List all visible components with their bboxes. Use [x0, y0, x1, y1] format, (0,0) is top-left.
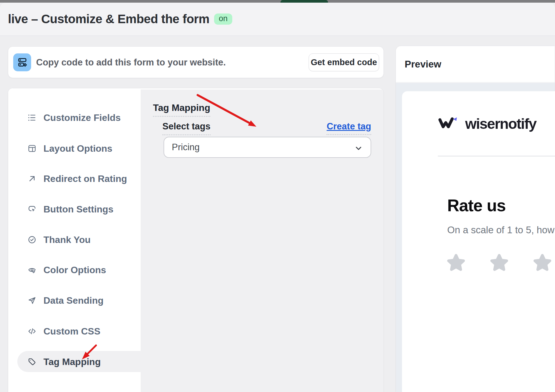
tag-select-value: Pricing	[172, 142, 200, 153]
sidebar-item-custom-css[interactable]: Custom CSS	[8, 320, 141, 342]
tag-mapping-panel: Tag Mapping Select tags Create tag Prici…	[141, 89, 384, 392]
sidebar-item-button-settings[interactable]: Button Settings	[8, 198, 141, 220]
app-window: live – Customize & Embed the form on Cop…	[0, 0, 555, 392]
code-icon	[28, 327, 36, 336]
sidebar-item-customize-fields[interactable]: Customize Fields	[8, 107, 141, 129]
tag-icon	[28, 357, 36, 366]
wisernotify-logo-mark-icon	[438, 116, 459, 131]
browser-tab-sliver	[280, 0, 328, 3]
preview-header: Preview	[396, 46, 555, 82]
select-tags-label: Select tags	[162, 121, 211, 135]
preview-title: Preview	[405, 59, 441, 70]
star-icon[interactable]	[447, 253, 465, 272]
embed-code-icon	[13, 53, 31, 71]
eye-check-icon	[28, 266, 36, 274]
preview-body: wisernotify Rate us On a scale of 1 to 5…	[396, 83, 555, 392]
sidebar-item-data-sending[interactable]: Data Sending	[8, 290, 141, 311]
preview-panel: Preview wisernotify Rate us On a scale o…	[396, 46, 555, 392]
page-header: live – Customize & Embed the form on	[0, 3, 555, 36]
sidebar-item-tag-mapping[interactable]: Tag Mapping	[8, 351, 141, 373]
status-badge: on	[214, 13, 232, 25]
divider	[438, 156, 555, 156]
sidebar-item-label: Color Options	[43, 265, 106, 276]
send-icon	[28, 296, 36, 305]
list-icon	[28, 113, 36, 122]
sidebar-item-color-options[interactable]: Color Options	[8, 259, 141, 281]
layout-icon	[28, 144, 36, 153]
customize-card: Customize Fields Layout Options Redirect…	[8, 88, 384, 392]
settings-sidebar: Customize Fields Layout Options Redirect…	[8, 88, 141, 392]
sidebar-item-label: Customize Fields	[43, 112, 121, 123]
sidebar-item-label: Thank You	[43, 234, 91, 245]
embed-banner: Copy code to add this form to your websi…	[8, 46, 384, 78]
arrow-up-right-icon	[28, 174, 36, 183]
check-circle-icon	[28, 235, 36, 244]
sidebar-item-label: Layout Options	[43, 143, 112, 154]
sidebar-item-label: Redirect on Rating	[43, 173, 127, 184]
form-preview-card: wisernotify Rate us On a scale of 1 to 5…	[402, 91, 555, 392]
brand-logo: wisernotify	[438, 115, 536, 132]
star-icon[interactable]	[490, 253, 509, 272]
sidebar-item-label: Button Settings	[43, 204, 113, 215]
star-icon[interactable]	[533, 253, 552, 272]
chevron-down-icon	[354, 144, 363, 154]
page-title: live – Customize & Embed the form	[8, 12, 209, 26]
sidebar-item-label: Data Sending	[43, 295, 103, 306]
brand-name: wisernotify	[465, 115, 536, 132]
sidebar-item-redirect-on-rating[interactable]: Redirect on Rating	[8, 168, 141, 190]
sidebar-item-thank-you[interactable]: Thank You	[8, 229, 141, 251]
get-embed-code-button[interactable]: Get embed code	[309, 53, 379, 71]
sidebar-item-layout-options[interactable]: Layout Options	[8, 138, 141, 159]
browser-top-strip	[0, 0, 555, 3]
create-tag-link[interactable]: Create tag	[327, 121, 371, 135]
cursor-click-icon	[28, 205, 36, 214]
form-heading: Rate us	[447, 196, 506, 215]
form-subtitle: On a scale of 1 to 5, how	[447, 224, 554, 236]
rating-stars	[447, 253, 552, 272]
tag-select-dropdown[interactable]: Pricing	[164, 137, 371, 158]
sidebar-item-label: Tag Mapping	[43, 356, 101, 367]
sidebar-item-label: Custom CSS	[43, 326, 100, 337]
embed-banner-message: Copy code to add this form to your websi…	[36, 47, 226, 78]
panel-heading: Tag Mapping	[153, 102, 210, 117]
